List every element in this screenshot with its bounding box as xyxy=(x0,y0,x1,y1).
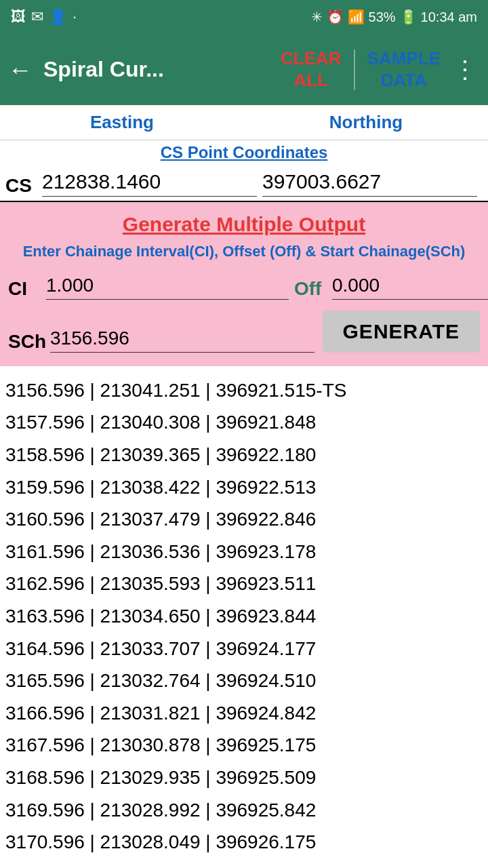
cs-prefix-label: CS xyxy=(5,175,33,197)
status-bar: 🖼 ✉ 👤 · ✳ ⏰ 📶 53% 🔋 10:34 am xyxy=(0,0,488,34)
list-item: 3164.596 | 213033.707 | 396924.177 xyxy=(5,633,483,665)
toolbar: ← Spiral Cur... CLEARALL SAMPLEDATA ⋮ xyxy=(0,34,488,105)
list-item: 3156.596 | 213041.251 | 396921.515-TS xyxy=(5,374,483,407)
ci-label: CI xyxy=(8,278,42,300)
back-button[interactable]: ← xyxy=(8,56,33,84)
sample-data-button[interactable]: SAMPLEDATA xyxy=(358,43,450,96)
list-item: 3157.596 | 213040.308 | 396921.848 xyxy=(5,406,483,439)
generate-section: Generate Multiple Output Enter Chainage … xyxy=(0,202,488,366)
easting-header: Easting xyxy=(0,112,244,133)
dot-icon: · xyxy=(73,8,77,26)
clear-all-button[interactable]: CLEARALL xyxy=(271,43,351,96)
list-item: 3170.596 | 213028.049 | 396926.175 xyxy=(5,826,483,859)
more-options-button[interactable]: ⋮ xyxy=(450,50,480,90)
list-item: 3168.596 | 213029.935 | 396925.509 xyxy=(5,762,483,794)
ci-input[interactable] xyxy=(46,272,289,300)
image-icon: 🖼 xyxy=(11,8,26,26)
sch-generate-row: SCh GENERATE xyxy=(8,311,480,353)
toolbar-title: Spiral Cur... xyxy=(43,57,271,82)
list-item: 3169.596 | 213028.992 | 396925.842 xyxy=(5,794,483,827)
cs-northing-group xyxy=(262,167,477,197)
off-label: Off xyxy=(294,278,328,300)
cs-inputs-row: CS xyxy=(0,162,488,202)
mail-icon: ✉ xyxy=(31,8,43,26)
generate-button[interactable]: GENERATE xyxy=(323,311,480,353)
battery-icon: 🔋 xyxy=(400,9,417,25)
results-list: 3156.596 | 213041.251 | 396921.515-TS315… xyxy=(0,366,488,867)
off-group: Off xyxy=(294,272,488,300)
list-item: 3160.596 | 213037.479 | 396922.846 xyxy=(5,503,483,536)
cs-northing-input[interactable] xyxy=(262,167,477,197)
sch-label: SCh xyxy=(8,331,46,353)
time-display: 10:34 am xyxy=(421,9,477,25)
ci-off-row: CI Off xyxy=(8,272,480,300)
generate-title: Generate Multiple Output xyxy=(8,213,480,236)
northing-header: Northing xyxy=(244,112,488,133)
generate-subtitle: Enter Chainage Interval(CI), Offset (Off… xyxy=(8,241,480,262)
cs-easting-group xyxy=(42,167,257,197)
status-left-icons: 🖼 ✉ 👤 · xyxy=(11,8,77,26)
user-icon: 👤 xyxy=(49,8,67,26)
bluetooth-icon: ✳ xyxy=(311,9,323,25)
ci-group: CI xyxy=(8,272,289,300)
list-item: 3166.596 | 213031.821 | 396924.842 xyxy=(5,697,483,730)
toolbar-divider xyxy=(354,50,355,90)
status-right-info: ✳ ⏰ 📶 53% 🔋 10:34 am xyxy=(311,9,477,25)
list-item: 3161.596 | 213036.536 | 396923.178 xyxy=(5,536,483,568)
list-item: 3163.596 | 213034.650 | 396923.844 xyxy=(5,600,483,633)
column-headers: Easting Northing xyxy=(0,105,488,140)
signal-text: 53% xyxy=(369,9,396,25)
cs-point-label: CS Point Coordinates xyxy=(0,140,488,162)
sch-input[interactable] xyxy=(50,325,314,353)
list-item: 3158.596 | 213039.365 | 396922.180 xyxy=(5,439,483,471)
alarm-icon: ⏰ xyxy=(327,9,344,25)
list-item: 3165.596 | 213032.764 | 396924.510 xyxy=(5,665,483,697)
list-item: 3159.596 | 213038.422 | 396922.513 xyxy=(5,471,483,504)
sch-group: SCh xyxy=(8,325,314,353)
cs-easting-input[interactable] xyxy=(42,167,257,197)
list-item: 3162.596 | 213035.593 | 396923.511 xyxy=(5,568,483,600)
list-item: 3167.596 | 213030.878 | 396925.175 xyxy=(5,729,483,762)
wifi-icon: 📶 xyxy=(348,9,365,25)
off-input[interactable] xyxy=(332,272,488,300)
